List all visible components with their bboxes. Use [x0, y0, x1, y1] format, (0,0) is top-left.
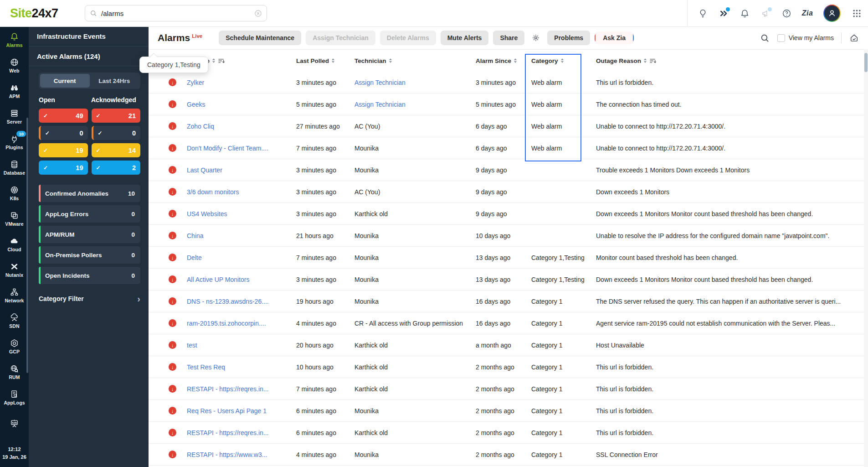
site24x7-logo[interactable]: Site24x7 — [10, 6, 58, 21]
monitor-name-link[interactable]: test — [187, 342, 296, 349]
alarm-row[interactable]: ↓ram-20195.tsi.zohocorpin....4 minutes a… — [149, 312, 868, 334]
rail-item-gcp[interactable]: GCP — [0, 334, 29, 359]
delete-alarms-button[interactable]: Delete Alarms — [380, 31, 436, 45]
view-my-alarms-checkbox[interactable] — [777, 34, 785, 42]
sort-icon[interactable] — [212, 58, 215, 63]
alarm-row[interactable]: ↓Geeks5 minutes agoAssign Technician5 mi… — [149, 93, 868, 115]
col-last-polled[interactable]: Last Polled — [296, 57, 354, 64]
column-filter-icon[interactable] — [649, 58, 656, 64]
zia-icon[interactable]: Zia — [802, 8, 812, 18]
apps-grid-icon[interactable] — [852, 8, 862, 18]
panel-item-apm-rum[interactable]: APM/RUM0 — [39, 226, 140, 243]
share-button[interactable]: Share — [493, 31, 524, 45]
alarm-row[interactable]: ↓Zoho Cliq27 minutes agoAC (You)6 days a… — [149, 115, 868, 137]
monitor-name-link[interactable]: China — [187, 232, 296, 239]
gear-icon[interactable] — [529, 31, 543, 45]
monitor-name-link[interactable]: Don't Modify - Client Team.... — [187, 145, 296, 152]
sort-icon[interactable] — [389, 58, 392, 63]
rail-item-network[interactable]: Network — [0, 283, 29, 308]
monitor-name-link[interactable]: ram-20195.tsi.zohocorpin.... — [187, 320, 296, 327]
monitor-name-link[interactable]: Geeks — [187, 101, 296, 108]
column-filter-icon[interactable] — [218, 58, 225, 64]
alarm-row[interactable]: ↓3/6 down monitors3 minutes agoAC (You)9… — [149, 181, 868, 202]
monitor-name-link[interactable]: All Active UP Monitors — [187, 276, 296, 283]
ask-zia-button[interactable]: Ask Zia — [595, 33, 634, 43]
rail-item-cloud[interactable]: Cloud — [0, 232, 29, 257]
col-alarm-since[interactable]: Alarm Since — [476, 57, 531, 64]
view-my-alarms[interactable]: View my Alarms — [777, 34, 834, 42]
schedule-maintenance-button[interactable]: Schedule Maintenance — [219, 31, 301, 45]
rail-scrollbar[interactable] — [26, 118, 28, 373]
rail-item-plugins[interactable]: 10Plugins — [0, 130, 29, 155]
sort-icon[interactable] — [561, 58, 564, 63]
bell-icon[interactable] — [740, 8, 750, 18]
alarm-row[interactable]: ↓US4 Websites3 minutes agoKarthick old9 … — [149, 202, 868, 224]
table-scrollbar[interactable] — [864, 49, 868, 467]
alarm-row[interactable]: ↓Zylker3 minutes agoAssign Technician3 m… — [149, 72, 868, 93]
technician-value[interactable]: Assign Technician — [354, 101, 476, 108]
monitor-name-link[interactable]: RESTAPI - https://www.w3... — [187, 451, 296, 458]
monitor-name-link[interactable]: DNS - ns-1239.awsdns-26.... — [187, 298, 296, 305]
alarm-row[interactable]: ↓Req Res - Users Api Page 16 minutes ago… — [149, 400, 868, 421]
alarm-row[interactable]: ↓China21 hours agoMounika10 days agoUnab… — [149, 224, 868, 246]
panel-item-on-premise-pollers[interactable]: On-Premise Pollers0 — [39, 246, 140, 264]
rail-item-web[interactable]: Web — [0, 53, 29, 78]
monitor-name-link[interactable]: Req Res - Users Api Page 1 — [187, 407, 296, 415]
category-filter[interactable]: Category Filter › — [39, 294, 140, 303]
refresh-icon[interactable] — [849, 33, 859, 43]
forward-chevrons-icon[interactable] — [719, 8, 729, 18]
rail-item-nutanix[interactable]: Nutanix — [0, 257, 29, 283]
alarm-row[interactable]: ↓Test Res Req10 hours agoKarthick old2 m… — [149, 356, 868, 378]
rail-item-board[interactable] — [0, 410, 29, 436]
sort-icon[interactable] — [644, 58, 647, 63]
monitor-name-link[interactable]: Last Quarter — [187, 166, 296, 174]
toggle-last24hrs[interactable]: Last 24Hrs — [90, 74, 139, 88]
panel-item-applog-errors[interactable]: AppLog Errors0 — [39, 205, 140, 223]
megaphone-icon[interactable] — [760, 8, 770, 18]
monitor-name-link[interactable]: RESTAPI - https://reqres.in... — [187, 429, 296, 436]
alarm-chip-yellow-ack[interactable]: ✓14 — [92, 143, 141, 157]
monitor-name-link[interactable]: RESTAPI - https://reqres.in... — [187, 385, 296, 393]
alarm-row[interactable]: ↓RESTAPI - https://reqres.in...7 minutes… — [149, 378, 868, 400]
alarm-row[interactable]: ↓Last Quarter3 minutes agoMounika9 days … — [149, 159, 868, 181]
alarm-row[interactable]: ↓All Active UP Monitors3 minutes agoMoun… — [149, 268, 868, 290]
alarm-chip-dark-open[interactable]: ✓0 — [39, 126, 88, 140]
rail-item-database[interactable]: Database — [0, 155, 29, 181]
alarm-row[interactable]: ↓dsf7 minutes agoMounika2 months agoCate… — [149, 465, 868, 467]
rail-item-k8s[interactable]: K8s — [0, 181, 29, 206]
alarm-row[interactable]: ↓DNS - ns-1239.awsdns-26....19 hours ago… — [149, 290, 868, 312]
problems-button[interactable]: Problems — [547, 31, 590, 45]
rail-item-sdn[interactable]: SDN — [0, 308, 29, 334]
bulb-icon[interactable] — [698, 8, 708, 18]
alarm-row[interactable]: ↓RESTAPI - https://www.w3...4 minutes ag… — [149, 443, 868, 465]
avatar[interactable] — [823, 5, 841, 22]
monitor-name-link[interactable]: Zoho Cliq — [187, 123, 296, 130]
col-outage-reason[interactable]: Outage Reason — [596, 57, 868, 64]
rail-item-vmware[interactable]: VMware — [0, 206, 29, 232]
alarm-chip-red-ack[interactable]: ✓21 — [92, 109, 141, 123]
sort-icon[interactable] — [332, 58, 334, 63]
col-category[interactable]: Category — [531, 57, 596, 64]
alarm-row[interactable]: ↓Delte7 minutes agoMounika13 days agoCat… — [149, 246, 868, 268]
rail-item-applogs[interactable]: AppLogs — [0, 385, 29, 410]
scrollbar-thumb[interactable] — [864, 53, 868, 72]
alarm-row[interactable]: ↓test20 hours agoKarthick olda month ago… — [149, 334, 868, 356]
monitor-name-link[interactable]: Delte — [187, 254, 296, 261]
global-search-input[interactable]: /alarms — [85, 5, 267, 21]
col-technician[interactable]: Technician — [354, 57, 476, 64]
toggle-current[interactable]: Current — [40, 74, 90, 88]
monitor-name-link[interactable]: Zylker — [187, 79, 296, 86]
assign-technician-button[interactable]: Assign Technician — [306, 31, 375, 45]
rail-item-rum[interactable]: RUM — [0, 359, 29, 385]
table-search-icon[interactable] — [760, 33, 770, 43]
alarm-row[interactable]: ↓Don't Modify - Client Team....7 minutes… — [149, 137, 868, 159]
active-alarms-heading[interactable]: Active Alarms (124) — [29, 47, 149, 66]
clear-search-icon[interactable] — [254, 10, 262, 17]
sort-icon[interactable] — [514, 58, 517, 63]
rail-item-server[interactable]: Server — [0, 104, 29, 130]
alarm-chip-blue-open[interactable]: ✓19 — [39, 161, 88, 175]
alarm-row[interactable]: ↓RESTAPI - https://reqres.in...6 minutes… — [149, 421, 868, 443]
mute-alerts-button[interactable]: Mute Alerts — [441, 31, 489, 45]
monitor-name-link[interactable]: 3/6 down monitors — [187, 188, 296, 196]
technician-value[interactable]: Assign Technician — [354, 79, 476, 86]
